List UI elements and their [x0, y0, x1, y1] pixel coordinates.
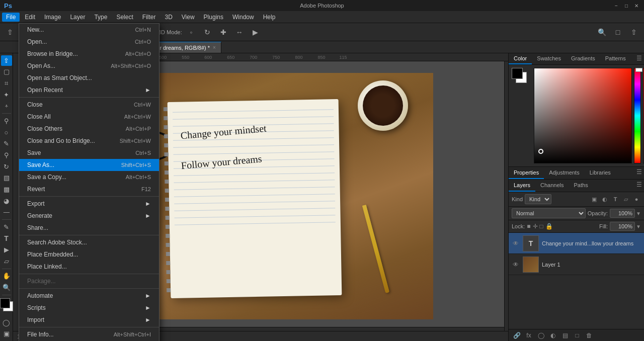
menu-revert[interactable]: Revert F12 — [19, 183, 159, 195]
menu-open-smart[interactable]: Open as Smart Object... — [19, 72, 159, 84]
menu-open-recent[interactable]: Open Recent ► — [19, 84, 159, 96]
menu-save-as[interactable]: Save As... Shift+Ctrl+S — [19, 159, 159, 171]
menu-new[interactable]: New... Ctrl+N — [19, 24, 159, 36]
menu-search-stock[interactable]: Search Adobe Stock... — [19, 236, 159, 248]
file-menu: New... Ctrl+N Open... Ctrl+O Browse in B… — [19, 23, 159, 341]
menu-save-copy[interactable]: Save a Copy... Alt+Ctrl+S — [19, 171, 159, 183]
menu-sep2 — [19, 196, 159, 197]
menu-close[interactable]: Close Ctrl+W — [19, 99, 159, 111]
menu-generate[interactable]: Generate ► — [19, 210, 159, 222]
menu-automate[interactable]: Automate ► — [19, 290, 159, 302]
menu-share[interactable]: Share... — [19, 222, 159, 234]
menu-close-others[interactable]: Close Others Alt+Ctrl+P — [19, 123, 159, 135]
menu-save[interactable]: Save Ctrl+S — [19, 147, 159, 159]
menu-close-all[interactable]: Close All Alt+Ctrl+W — [19, 111, 159, 123]
menu-package: Package... — [19, 275, 159, 287]
menu-open-as[interactable]: Open As... Alt+Shift+Ctrl+O — [19, 60, 159, 72]
menu-sep3 — [19, 235, 159, 235]
menu-file-info[interactable]: File Info... Alt+Shift+Ctrl+I — [19, 328, 159, 340]
menu-open[interactable]: Open... Ctrl+O — [19, 36, 159, 48]
menu-browse[interactable]: Browse in Bridge... Alt+Ctrl+O — [19, 48, 159, 60]
menu-place-linked[interactable]: Place Linked... — [19, 261, 159, 273]
menu-place-embedded[interactable]: Place Embedded... — [19, 248, 159, 261]
menu-export[interactable]: Export ► — [19, 198, 159, 210]
menu-sep4 — [19, 274, 159, 274]
menu-sep1 — [19, 97, 159, 98]
menu-sep6 — [19, 327, 159, 327]
menu-close-bridge[interactable]: Close and Go to Bridge... Shift+Ctrl+W — [19, 135, 159, 147]
dropdown-overlay[interactable]: New... Ctrl+N Open... Ctrl+O Browse in B… — [0, 0, 644, 341]
menu-scripts[interactable]: Scripts ► — [19, 302, 159, 314]
menu-sep5 — [19, 288, 159, 289]
menu-import[interactable]: Import ► — [19, 314, 159, 326]
